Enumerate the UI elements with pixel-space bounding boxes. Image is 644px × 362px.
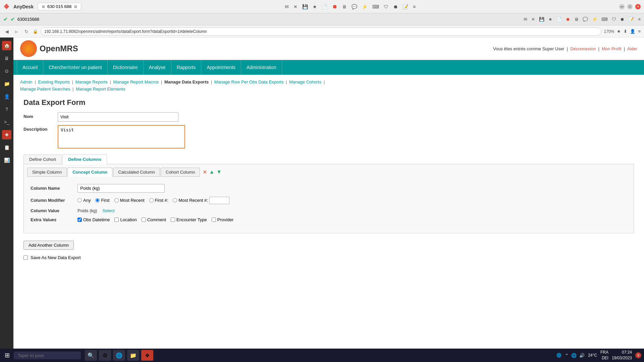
radio-first-input[interactable] [95,198,100,202]
breadcrumb-sep6: | [286,79,288,84]
breadcrumb-sep7: | [324,79,325,84]
back-button[interactable]: ◀ [3,28,10,35]
nav-dictionnaire[interactable]: Dictionnaire [108,60,144,75]
checkbox-encounter-type[interactable]: Encounter Type [171,217,207,222]
nav-analyse[interactable]: Analyse [144,60,171,75]
save-as-new-checkbox[interactable] [23,255,28,260]
lang-kb: FRA DEI [600,350,608,361]
openmrs-logo-text: OpenMRS [40,44,78,53]
status-icon: ✔ [3,16,8,22]
extra-values-row: Extra Values Obs Datetime Location Comme… [31,217,627,222]
date-display: 19/03/2023 [612,355,632,361]
sidebar-icon-person[interactable]: 👤 [2,92,11,101]
radio-most-recent-num[interactable]: Most Recent #: [173,197,229,204]
breadcrumb-existing-reports[interactable]: Existing Reports [38,79,70,84]
nav-rapports[interactable]: Rapports [171,60,202,75]
minimize-button[interactable]: — [619,4,625,9]
column-value-text: Poids (kg) [77,208,97,213]
url-bar[interactable] [41,27,601,36]
checkbox-comment-input[interactable] [142,218,146,222]
openmrs-header-right: Vous êtes entrés comme Super User | Déco… [493,46,637,51]
move-down-icon[interactable]: ▼ [216,169,222,175]
inner-tab-cohort[interactable]: Cohort Column [161,168,200,177]
breadcrumb-manage-reports[interactable]: Manage Reports [75,79,108,84]
connection-id: 630 015 688 [47,4,71,9]
checkbox-obs-datetime[interactable]: Obs Datetime [77,217,110,222]
radio-first-num[interactable]: First #: [149,198,168,203]
taskbar-app-globe[interactable]: 🌐 [113,350,125,361]
titlebar-controls[interactable]: — □ ✕ [619,4,641,9]
nav-patient[interactable]: Chercher/créer un patient [43,60,108,75]
taskbar-app-search[interactable]: 🔍 [85,350,97,361]
breadcrumb-admin[interactable]: Admin [20,79,33,84]
page-title: Data Export Form [23,98,634,107]
column-name-input[interactable] [77,184,165,193]
nav-administration[interactable]: Administration [241,60,282,75]
deconnexion-link[interactable]: Déconnexion [570,46,596,51]
start-button[interactable]: ⊞ [3,351,12,360]
breadcrumb-row-per-obs[interactable]: Manage Row Per Obs Data Exports [214,79,284,84]
radio-any-input[interactable] [77,198,82,202]
sidebar-icon-circle[interactable]: ⊙ [2,66,11,76]
tab-define-columns[interactable]: Define Columns [62,155,107,164]
checkbox-obs-datetime-input[interactable] [77,218,82,222]
move-up-icon[interactable]: ▲ [209,169,214,175]
sidebar-icon-folder[interactable]: 📁 [2,79,11,88]
radio-first[interactable]: First [95,198,109,203]
nav-accueil[interactable]: Accueil [17,60,43,75]
checkbox-provider-input[interactable] [212,218,216,222]
checkbox-provider[interactable]: Provider [212,217,233,222]
maximize-button[interactable]: □ [627,4,633,9]
aider-link[interactable]: Aider [627,46,637,51]
delete-column-icon[interactable]: ✕ [203,169,207,175]
taskbar-app-folder[interactable]: 📁 [127,350,139,361]
radio-any[interactable]: Any [77,198,91,203]
tab-define-cohort[interactable]: Define Cohort [23,155,62,164]
inner-tab-concept[interactable]: Concept Column [67,168,112,177]
radio-most-recent-input[interactable] [114,198,119,202]
sidebar-icon-home[interactable]: 🏠 [2,41,11,50]
sidebar-icon-table[interactable]: 📊 [2,156,11,165]
openmrs-logo: OpenMRS [20,40,78,57]
mon-profil-link[interactable]: Mon Profil [602,46,622,51]
most-recent-num-input[interactable] [209,197,229,204]
breadcrumb-report-elements[interactable]: Manage Report Elements [76,86,125,92]
breadcrumb-sep3: | [110,79,112,84]
sidebar-icon-monitor[interactable]: 🖥 [2,54,11,63]
radio-most-recent[interactable]: Most Recent [114,198,145,203]
breadcrumb-manage-macros[interactable]: Manage Report Macros [113,79,159,84]
taskbar-app-recycle[interactable]: ♻ [99,350,111,361]
checkbox-encounter-type-input[interactable] [171,218,175,222]
tab-container: Define Cohort Define Columns Simple Colu… [23,155,634,260]
add-column-area: Add Another Column [23,233,634,250]
checkbox-location[interactable]: Location [114,217,137,222]
sidebar-icon-red[interactable]: ❖ [2,130,11,139]
radio-first-num-input[interactable] [149,198,154,202]
inner-tab-calculated[interactable]: Calculated Column [113,168,160,177]
nom-input[interactable] [58,112,178,122]
inner-tab-simple[interactable]: Simple Column [27,168,67,177]
breadcrumb-sep8: | [72,86,75,92]
browser-bar-right: 170% ★⬇👤≡ [604,29,641,34]
checkbox-comment[interactable]: Comment [142,217,166,222]
breadcrumb-cohorts[interactable]: Manage Cohorts [289,79,321,84]
nav-appointments[interactable]: Appointments [201,60,241,75]
description-row: Description Visit [23,125,634,148]
reload-button[interactable]: ↻ [23,28,30,35]
radio-most-recent-num-input[interactable] [173,198,177,202]
checkbox-location-input[interactable] [114,218,119,222]
sidebar-icon-terminal[interactable]: >_ [2,117,11,127]
save-row: Save As New Data Export [23,255,634,260]
description-textarea[interactable]: Visit [58,125,185,148]
add-another-column-button[interactable]: Add Another Column [23,241,74,250]
sidebar-icon-question[interactable]: ? [2,105,11,114]
taskbar-app-anydesk[interactable]: ❖ [141,350,153,361]
select-link[interactable]: Select [103,208,115,213]
close-button[interactable]: ✕ [635,4,641,9]
forward-button[interactable]: ▶ [13,28,20,35]
titlebar: ❖ AnyDesk 🖥 630 015 688 🖥 ✉✕💾★📄 ⏺ 🖥💬⚡⌨🛡⏺… [0,0,644,13]
sidebar-icon-green[interactable]: 📋 [2,143,11,152]
win-search-input[interactable] [14,352,81,359]
breadcrumb-patient-searches[interactable]: Manage Patient Searches [20,86,70,92]
notification-badge[interactable]: 9 [635,352,641,358]
